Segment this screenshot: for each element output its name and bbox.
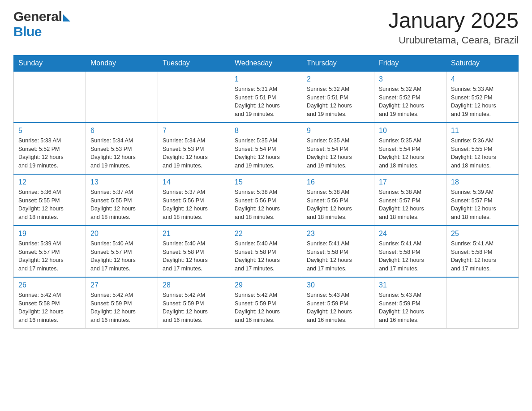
logo: General Blue — [13, 9, 70, 39]
week-row-1: 1Sunrise: 5:31 AM Sunset: 5:51 PM Daylig… — [14, 71, 519, 123]
logo-general-text: General — [13, 9, 62, 24]
day-number: 28 — [163, 281, 225, 289]
day-number: 9 — [307, 127, 369, 135]
column-header-friday: Friday — [374, 55, 446, 71]
day-info: Sunrise: 5:35 AM Sunset: 5:54 PM Dayligh… — [307, 137, 369, 170]
day-info: Sunrise: 5:37 AM Sunset: 5:55 PM Dayligh… — [90, 188, 153, 222]
day-number: 31 — [379, 281, 442, 289]
calendar-cell: 15Sunrise: 5:38 AM Sunset: 5:56 PM Dayli… — [230, 174, 302, 226]
calendar-cell: 11Sunrise: 5:36 AM Sunset: 5:55 PM Dayli… — [446, 123, 519, 174]
day-number: 21 — [163, 230, 225, 238]
day-number: 7 — [163, 127, 225, 135]
calendar-cell: 23Sunrise: 5:41 AM Sunset: 5:58 PM Dayli… — [302, 226, 374, 277]
day-number: 17 — [379, 178, 442, 186]
column-header-thursday: Thursday — [302, 55, 374, 71]
header-row: SundayMondayTuesdayWednesdayThursdayFrid… — [14, 55, 519, 71]
calendar-cell: 28Sunrise: 5:42 AM Sunset: 5:59 PM Dayli… — [158, 277, 230, 329]
day-info: Sunrise: 5:41 AM Sunset: 5:58 PM Dayligh… — [451, 240, 514, 273]
week-row-3: 12Sunrise: 5:36 AM Sunset: 5:55 PM Dayli… — [14, 174, 519, 226]
calendar-cell: 18Sunrise: 5:39 AM Sunset: 5:57 PM Dayli… — [446, 174, 519, 226]
day-info: Sunrise: 5:33 AM Sunset: 5:52 PM Dayligh… — [18, 137, 81, 170]
column-header-saturday: Saturday — [446, 55, 519, 71]
day-info: Sunrise: 5:34 AM Sunset: 5:53 PM Dayligh… — [90, 137, 153, 170]
day-info: Sunrise: 5:35 AM Sunset: 5:54 PM Dayligh… — [235, 137, 297, 170]
calendar-cell — [446, 277, 519, 329]
week-row-2: 5Sunrise: 5:33 AM Sunset: 5:52 PM Daylig… — [14, 123, 519, 174]
calendar-cell: 21Sunrise: 5:40 AM Sunset: 5:58 PM Dayli… — [158, 226, 230, 277]
calendar-cell: 5Sunrise: 5:33 AM Sunset: 5:52 PM Daylig… — [14, 123, 86, 174]
calendar-cell: 1Sunrise: 5:31 AM Sunset: 5:51 PM Daylig… — [230, 71, 302, 123]
day-info: Sunrise: 5:39 AM Sunset: 5:57 PM Dayligh… — [18, 240, 81, 273]
day-number: 20 — [90, 230, 153, 238]
day-info: Sunrise: 5:33 AM Sunset: 5:52 PM Dayligh… — [451, 85, 514, 119]
day-info: Sunrise: 5:42 AM Sunset: 5:59 PM Dayligh… — [163, 291, 225, 325]
calendar-cell — [14, 71, 86, 123]
day-number: 26 — [18, 281, 81, 289]
calendar-cell: 9Sunrise: 5:35 AM Sunset: 5:54 PM Daylig… — [302, 123, 374, 174]
day-number: 14 — [163, 178, 225, 186]
day-number: 25 — [451, 230, 514, 238]
calendar-cell: 27Sunrise: 5:42 AM Sunset: 5:59 PM Dayli… — [86, 277, 158, 329]
day-number: 11 — [451, 127, 514, 135]
column-header-wednesday: Wednesday — [230, 55, 302, 71]
calendar-cell: 31Sunrise: 5:43 AM Sunset: 5:59 PM Dayli… — [374, 277, 446, 329]
day-info: Sunrise: 5:31 AM Sunset: 5:51 PM Dayligh… — [235, 85, 297, 119]
day-number: 5 — [18, 127, 81, 135]
day-info: Sunrise: 5:43 AM Sunset: 5:59 PM Dayligh… — [379, 291, 442, 325]
day-info: Sunrise: 5:42 AM Sunset: 5:59 PM Dayligh… — [90, 291, 153, 325]
calendar-cell: 30Sunrise: 5:43 AM Sunset: 5:59 PM Dayli… — [302, 277, 374, 329]
day-number: 13 — [90, 178, 153, 186]
calendar-cell: 22Sunrise: 5:40 AM Sunset: 5:58 PM Dayli… — [230, 226, 302, 277]
column-header-monday: Monday — [86, 55, 158, 71]
calendar-cell: 26Sunrise: 5:42 AM Sunset: 5:58 PM Dayli… — [14, 277, 86, 329]
calendar-cell: 10Sunrise: 5:35 AM Sunset: 5:54 PM Dayli… — [374, 123, 446, 174]
day-info: Sunrise: 5:32 AM Sunset: 5:51 PM Dayligh… — [307, 85, 369, 119]
calendar-body: 1Sunrise: 5:31 AM Sunset: 5:51 PM Daylig… — [14, 71, 519, 329]
day-number: 3 — [379, 75, 442, 83]
calendar-cell: 29Sunrise: 5:42 AM Sunset: 5:59 PM Dayli… — [230, 277, 302, 329]
day-info: Sunrise: 5:41 AM Sunset: 5:58 PM Dayligh… — [307, 240, 369, 273]
day-number: 22 — [235, 230, 297, 238]
day-info: Sunrise: 5:32 AM Sunset: 5:52 PM Dayligh… — [379, 85, 442, 119]
day-number: 16 — [307, 178, 369, 186]
calendar-table: SundayMondayTuesdayWednesdayThursdayFrid… — [13, 55, 519, 329]
day-info: Sunrise: 5:42 AM Sunset: 5:59 PM Dayligh… — [235, 291, 297, 325]
page-header: General Blue January 2025 Uruburetama, C… — [13, 9, 519, 46]
calendar-header: SundayMondayTuesdayWednesdayThursdayFrid… — [14, 55, 519, 71]
calendar-cell: 20Sunrise: 5:40 AM Sunset: 5:57 PM Dayli… — [86, 226, 158, 277]
day-number: 24 — [379, 230, 442, 238]
week-row-4: 19Sunrise: 5:39 AM Sunset: 5:57 PM Dayli… — [14, 226, 519, 277]
column-header-sunday: Sunday — [14, 55, 86, 71]
calendar-cell: 17Sunrise: 5:38 AM Sunset: 5:57 PM Dayli… — [374, 174, 446, 226]
day-number: 23 — [307, 230, 369, 238]
calendar-cell: 8Sunrise: 5:35 AM Sunset: 5:54 PM Daylig… — [230, 123, 302, 174]
calendar-cell: 14Sunrise: 5:37 AM Sunset: 5:56 PM Dayli… — [158, 174, 230, 226]
week-row-5: 26Sunrise: 5:42 AM Sunset: 5:58 PM Dayli… — [14, 277, 519, 329]
calendar-title: January 2025 — [388, 9, 519, 33]
calendar-cell: 12Sunrise: 5:36 AM Sunset: 5:55 PM Dayli… — [14, 174, 86, 226]
day-info: Sunrise: 5:39 AM Sunset: 5:57 PM Dayligh… — [451, 188, 514, 222]
day-info: Sunrise: 5:40 AM Sunset: 5:58 PM Dayligh… — [163, 240, 225, 273]
day-number: 2 — [307, 75, 369, 83]
day-info: Sunrise: 5:41 AM Sunset: 5:58 PM Dayligh… — [379, 240, 442, 273]
logo-chevron-icon — [63, 14, 70, 21]
day-number: 19 — [18, 230, 81, 238]
calendar-cell — [158, 71, 230, 123]
calendar-cell: 16Sunrise: 5:38 AM Sunset: 5:56 PM Dayli… — [302, 174, 374, 226]
day-number: 29 — [235, 281, 297, 289]
day-number: 15 — [235, 178, 297, 186]
logo-blue-text: Blue — [13, 24, 42, 39]
day-number: 30 — [307, 281, 369, 289]
day-number: 6 — [90, 127, 153, 135]
day-info: Sunrise: 5:36 AM Sunset: 5:55 PM Dayligh… — [451, 137, 514, 170]
day-info: Sunrise: 5:34 AM Sunset: 5:53 PM Dayligh… — [163, 137, 225, 170]
calendar-cell: 3Sunrise: 5:32 AM Sunset: 5:52 PM Daylig… — [374, 71, 446, 123]
day-info: Sunrise: 5:42 AM Sunset: 5:58 PM Dayligh… — [18, 291, 81, 325]
calendar-cell — [86, 71, 158, 123]
day-number: 12 — [18, 178, 81, 186]
day-number: 27 — [90, 281, 153, 289]
calendar-cell: 4Sunrise: 5:33 AM Sunset: 5:52 PM Daylig… — [446, 71, 519, 123]
column-header-tuesday: Tuesday — [158, 55, 230, 71]
day-info: Sunrise: 5:35 AM Sunset: 5:54 PM Dayligh… — [379, 137, 442, 170]
day-info: Sunrise: 5:40 AM Sunset: 5:58 PM Dayligh… — [235, 240, 297, 273]
